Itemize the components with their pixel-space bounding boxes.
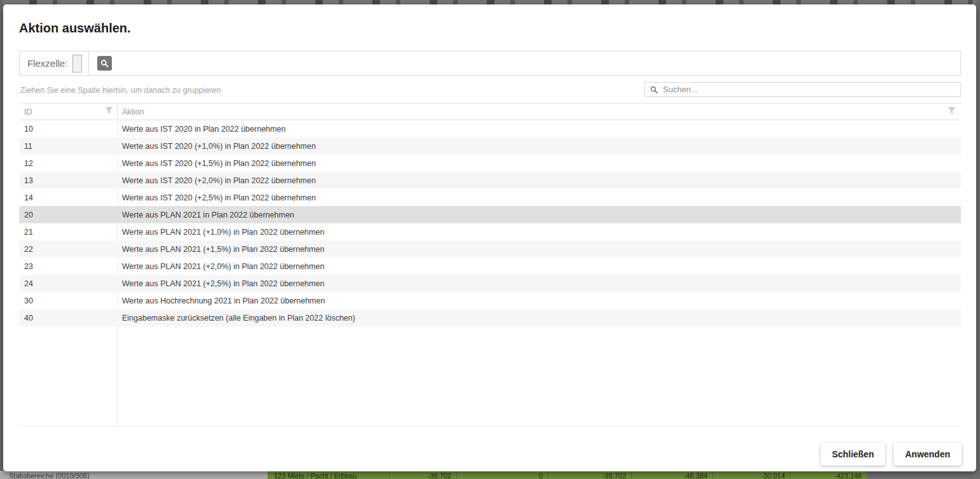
background-toolbar-fragment: [0, 0, 980, 4]
background-value-cell: -30.014: [712, 471, 790, 479]
row-aktion-cell[interactable]: Eingabemaske zurücksetzen (alle Eingaben…: [118, 314, 961, 323]
row-aktion-cell[interactable]: Werte aus PLAN 2021 in Plan 2022 überneh…: [118, 211, 961, 219]
table-row[interactable]: 20 Werte aus PLAN 2021 in Plan 2022 über…: [19, 206, 961, 223]
toolbar-divider: [88, 52, 89, 75]
row-id-cell[interactable]: 30: [19, 296, 118, 305]
flexcell-search-button[interactable]: [97, 56, 112, 71]
table-header: ID Aktion: [19, 103, 961, 120]
background-value-cell: -39.702: [548, 471, 631, 479]
group-by-drop-zone[interactable]: Ziehen Sie eine Spalte hierhin, um danac…: [20, 86, 221, 95]
dialog-footer: Schließen Anwenden: [820, 443, 962, 466]
row-id-cell[interactable]: 10: [19, 125, 118, 134]
search-input[interactable]: [662, 83, 960, 96]
flexcell-label: Flexzelle:: [27, 58, 67, 69]
table-row[interactable]: 21 Werte aus PLAN 2021 (+1,0%) in Plan 2…: [19, 223, 961, 240]
table-row[interactable]: 23 Werte aus PLAN 2021 (+2,0%) in Plan 2…: [19, 258, 961, 275]
background-value-cell: -423.148: [790, 471, 867, 479]
table-row[interactable]: 13 Werte aus IST 2020 (+2,0%) in Plan 20…: [19, 172, 961, 189]
table-row[interactable]: 30 Werte aus Hochrechnung 2021 in Plan 2…: [19, 292, 961, 309]
row-aktion-cell[interactable]: Werte aus PLAN 2021 (+1,0%) in Plan 2022…: [118, 228, 961, 237]
search-icon: [650, 86, 658, 94]
background-value-cell: -39.702: [389, 471, 456, 479]
row-aktion-cell[interactable]: Werte aus IST 2020 in Plan 2022 übernehm…: [118, 125, 961, 134]
row-id-cell[interactable]: 23: [19, 262, 118, 271]
table-row[interactable]: 11 Werte aus IST 2020 (+1,0%) in Plan 20…: [19, 137, 961, 155]
row-id-cell[interactable]: 22: [19, 245, 118, 254]
table-body: 10 Werte aus IST 2020 in Plan 2022 übern…: [19, 120, 961, 426]
background-table-row: Stabsbereiche (0010/306) 123 Miete / Pac…: [0, 471, 980, 479]
flexcell-toolbar: Flexzelle:: [19, 51, 961, 76]
apply-button[interactable]: Anwenden: [894, 443, 962, 466]
table-search-box: [644, 82, 961, 97]
row-id-cell[interactable]: 20: [19, 211, 118, 219]
filter-icon[interactable]: [105, 107, 113, 116]
row-id-cell[interactable]: 40: [19, 314, 118, 323]
action-table: ID Aktion 10 Werte aus IST 2020 in Plan …: [19, 103, 961, 426]
row-aktion-cell[interactable]: Werte aus PLAN 2021 (+2,5%) in Plan 2022…: [118, 279, 961, 288]
search-icon: [100, 59, 109, 67]
row-aktion-cell[interactable]: Werte aus IST 2020 (+2,0%) in Plan 2022 …: [118, 176, 961, 185]
row-id-cell[interactable]: 12: [19, 159, 118, 168]
background-value-cell: -48.384: [631, 471, 712, 479]
flexcell-input[interactable]: [72, 55, 82, 73]
table-row[interactable]: 10 Werte aus IST 2020 in Plan 2022 übern…: [19, 120, 961, 137]
row-id-cell[interactable]: 14: [19, 193, 118, 202]
row-aktion-cell[interactable]: Werte aus IST 2020 (+1,5%) in Plan 2022 …: [118, 159, 961, 168]
filter-icon[interactable]: [948, 107, 956, 116]
column-header-aktion[interactable]: Aktion: [118, 104, 961, 120]
row-id-cell[interactable]: 21: [19, 228, 118, 237]
row-aktion-cell[interactable]: Werte aus PLAN 2021 (+2,0%) in Plan 2022…: [118, 262, 961, 271]
row-id-cell[interactable]: 13: [19, 176, 118, 185]
table-row[interactable]: 22 Werte aus PLAN 2021 (+1,5%) in Plan 2…: [19, 240, 961, 258]
row-aktion-cell[interactable]: Werte aus IST 2020 (+2,5%) in Plan 2022 …: [118, 193, 961, 202]
row-aktion-cell[interactable]: Werte aus Hochrechnung 2021 in Plan 2022…: [118, 296, 961, 305]
action-select-dialog: Aktion auswählen. Flexzelle: Ziehen Sie …: [3, 4, 976, 471]
row-id-cell[interactable]: 24: [19, 279, 118, 288]
close-button[interactable]: Schließen: [820, 443, 885, 466]
row-id-cell[interactable]: 11: [19, 142, 118, 151]
column-header-aktion-label: Aktion: [122, 108, 144, 116]
background-account-cell: 123 Miete / Pacht / Erbbau: [268, 471, 389, 479]
dialog-title: Aktion auswählen.: [19, 21, 131, 36]
background-right-edge: [976, 0, 980, 479]
row-aktion-cell[interactable]: Werte aus IST 2020 (+1,0%) in Plan 2022 …: [118, 142, 961, 151]
column-header-id[interactable]: ID: [19, 104, 118, 120]
table-row[interactable]: 40 Eingabemaske zurücksetzen (alle Einga…: [19, 309, 961, 326]
table-row[interactable]: 24 Werte aus PLAN 2021 (+2,5%) in Plan 2…: [19, 275, 961, 292]
background-value-cell: 0: [456, 471, 548, 479]
background-filler: [867, 471, 980, 479]
table-row[interactable]: 12 Werte aus IST 2020 (+1,5%) in Plan 20…: [19, 155, 961, 172]
column-header-id-label: ID: [24, 108, 32, 116]
background-row-label: Stabsbereiche (0010/306): [0, 471, 268, 479]
row-aktion-cell[interactable]: Werte aus PLAN 2021 (+1,5%) in Plan 2022…: [118, 245, 961, 254]
table-row[interactable]: 14 Werte aus IST 2020 (+2,5%) in Plan 20…: [19, 189, 961, 206]
